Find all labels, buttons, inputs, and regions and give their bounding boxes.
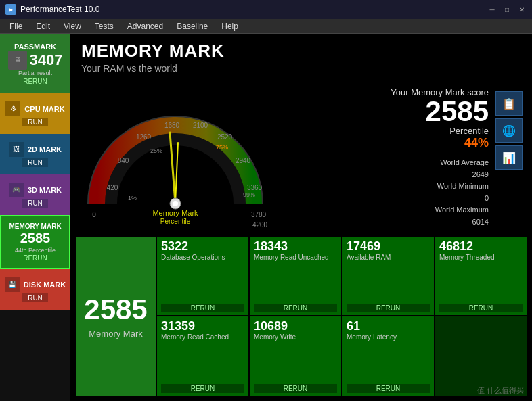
score-value: 2585 [283,97,489,126]
mem-write-cell[interactable]: 10689 Memory Write RERUN [250,316,341,396]
svg-text:2520: 2520 [217,133,233,141]
close-button[interactable]: ✕ [517,5,527,14]
svg-text:2100: 2100 [193,122,208,129]
svg-text:1260: 1260 [136,133,152,141]
mem-threaded-value: 46812 [439,239,523,254]
db-ops-label: Database Operations [161,254,244,304]
mem-latency-value: 61 [347,319,430,333]
world-average-label: World Average [283,157,489,169]
disk-label: DISK MARK [24,281,66,289]
3d-label: 3D MARK [28,186,62,194]
big-score-number: 2585 [84,293,147,326]
world-min-value: 0 [283,193,489,205]
db-ops-cell[interactable]: 5322 Database Operations RERUN [157,237,248,316]
svg-text:840: 840 [118,157,129,164]
mem-read-uncached-label: Memory Read Uncached [254,254,337,304]
window-controls: ─ □ ✕ [487,5,527,14]
passmark-label: PASSMARK [14,43,56,51]
2d-run[interactable]: RUN [22,158,48,167]
mem-latency-label: Memory Latency [347,333,430,384]
available-ram-rerun[interactable]: RERUN [347,304,430,312]
svg-text:Memory Mark: Memory Mark [152,209,198,217]
sidebar: PASSMARK 🖥 3407 Partial result RERUN ⚙ C… [0,34,70,401]
mem-read-uncached-cell[interactable]: 18343 Memory Read Uncached RERUN [250,237,341,316]
passmark-rerun[interactable]: RERUN [23,78,47,85]
svg-text:75%: 75% [216,144,228,151]
world-min-label: World Minimum [283,181,489,193]
mem-read-uncached-value: 18343 [254,239,337,254]
disk-run[interactable]: RUN [22,293,48,302]
content-area: MEMORY MARK Your RAM vs the world [70,34,532,401]
svg-point-18 [173,201,178,206]
sidebar-item-disk[interactable]: 💾 DISK MARK RUN [0,269,70,310]
maximize-button[interactable]: □ [502,5,512,14]
svg-text:0: 0 [92,211,96,218]
mem-threaded-rerun[interactable]: RERUN [439,304,523,312]
mem-read-cached-rerun[interactable]: RERUN [161,384,244,393]
benchmark-grid: 5322 Database Operations RERUN 18343 Mem… [157,237,527,396]
big-score-cell[interactable]: 2585 Memory Mark [76,237,156,396]
percentile-label: Percentile [283,126,489,136]
page-title: MEMORY MARK [81,41,521,62]
world-average-value: 2649 [283,169,489,181]
menu-edit[interactable]: Edit [29,19,57,34]
export-icon-button[interactable]: 📋 [495,91,523,116]
chart-icon-button[interactable]: 📊 [495,145,523,170]
available-ram-cell[interactable]: 17469 Available RAM RERUN [342,237,434,316]
available-ram-value: 17469 [347,239,430,254]
sidebar-item-cpu[interactable]: ⚙ CPU MARK RUN [0,93,70,134]
gauge-svg: 0 420 840 1260 1680 2100 2520 2940 [77,82,273,231]
empty-cell [435,316,527,396]
mem-threaded-cell[interactable]: 46812 Memory Threaded RERUN [435,237,527,316]
mem-latency-rerun[interactable]: RERUN [347,384,430,393]
mem-write-rerun[interactable]: RERUN [254,384,337,393]
svg-text:3360: 3360 [247,184,263,191]
menu-advanced[interactable]: Advanced [120,19,170,34]
big-score-label: Memory Mark [89,329,142,339]
mem-read-cached-cell[interactable]: 31359 Memory Read Cached RERUN [157,316,248,396]
mem-read-cached-label: Memory Read Cached [161,333,244,384]
memory-rerun[interactable]: RERUN [23,254,47,262]
memory-value: 2585 [20,231,51,246]
svg-text:2940: 2940 [236,157,251,164]
db-ops-rerun[interactable]: RERUN [161,304,244,312]
menu-bar: File Edit View Tests Advanced Baseline H… [0,19,532,34]
page-subtitle: Your RAM vs the world [81,63,521,74]
globe-icon-button[interactable]: 🌐 [495,118,523,143]
watermark: 值 什么值得买 [477,385,524,396]
menu-tests[interactable]: Tests [88,19,120,34]
passmark-value: 3407 [30,51,63,69]
memory-label: MEMORY MARK [9,222,61,230]
mem-write-value: 10689 [254,319,337,333]
cpu-run[interactable]: RUN [22,118,48,126]
score-panel: Your Memory Mark score 2585 Percentile 4… [280,82,525,234]
3d-run[interactable]: RUN [22,199,48,208]
score-row: Your Memory Mark score 2585 Percentile 4… [283,87,523,229]
svg-text:Percentile: Percentile [160,218,191,225]
svg-text:1680: 1680 [164,122,180,129]
sidebar-item-memory[interactable]: MEMORY MARK 2585 44th Percentile RERUN [0,215,70,269]
gauge-container: 0 420 840 1260 1680 2100 2520 2940 [77,82,273,231]
score-icons: 📋 🌐 📊 [495,91,523,170]
minimize-button[interactable]: ─ [487,5,497,14]
svg-text:25%: 25% [150,147,162,154]
menu-view[interactable]: View [57,19,88,34]
db-ops-value: 5322 [161,239,244,254]
mem-write-label: Memory Write [254,333,337,384]
percentile-value: 44% [283,136,489,150]
gauge-score-area: 0 420 840 1260 1680 2100 2520 2940 [70,79,532,237]
sidebar-item-3d[interactable]: 🎮 3D MARK RUN [0,174,70,215]
mem-latency-cell[interactable]: 61 Memory Latency RERUN [342,316,434,396]
score-text-area: Your Memory Mark score 2585 Percentile 4… [283,87,489,229]
sidebar-item-passmark[interactable]: PASSMARK 🖥 3407 Partial result RERUN [0,34,70,93]
menu-file[interactable]: File [3,19,29,34]
svg-text:1%: 1% [128,195,137,202]
app-icon: ▶ [5,4,16,15]
sidebar-item-2d[interactable]: 🖼 2D MARK RUN [0,134,70,174]
menu-baseline[interactable]: Baseline [170,19,215,34]
mem-read-uncached-rerun[interactable]: RERUN [254,304,337,312]
mem-read-cached-value: 31359 [161,319,244,333]
menu-help[interactable]: Help [215,19,245,34]
2d-label: 2D MARK [28,145,62,154]
bottom-grid: 2585 Memory Mark 5322 Database Operation… [76,237,527,396]
